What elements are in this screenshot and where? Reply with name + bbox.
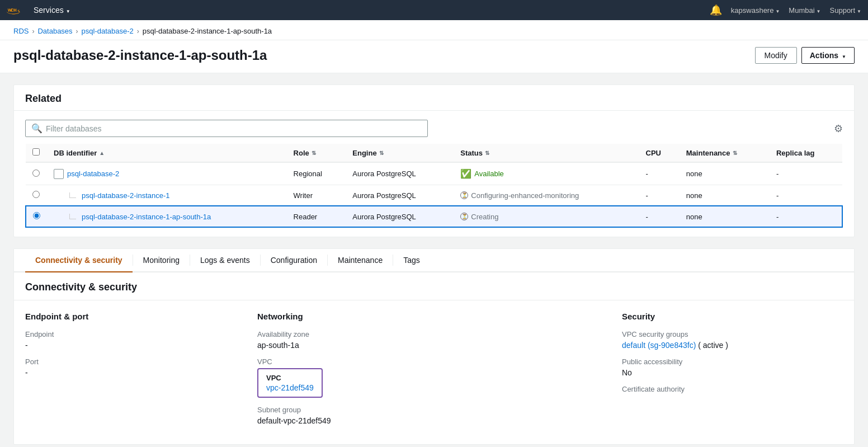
db-id-link[interactable]: psql-database-2 [67, 170, 119, 178]
row-role: Regional [287, 162, 346, 185]
modify-button[interactable]: Modify [755, 47, 797, 64]
row-role: Writer [287, 185, 346, 206]
filter-input-wrap: 🔍 [25, 120, 428, 137]
actions-chevron-icon [842, 51, 846, 60]
row-radio[interactable] [32, 191, 40, 198]
row-replica-lag: - [770, 206, 842, 227]
user-menu[interactable]: kapswashere [731, 6, 780, 15]
user-chevron-icon [775, 6, 780, 15]
indent-indicator [69, 214, 76, 219]
sort-icon-maintenance: ⇅ [733, 150, 737, 156]
tab-maintenance[interactable]: Maintenance [328, 249, 393, 272]
security-col: Security VPC security groups default (sg… [622, 312, 843, 433]
support-chevron-icon [857, 6, 861, 15]
th-db-identifier[interactable]: DB identifier ▲ [47, 144, 287, 162]
breadcrumb-current: psql-database-2-instance-1-ap-south-1a [143, 27, 272, 35]
region-chevron-icon [817, 6, 821, 15]
row-engine: Aurora PostgreSQL [346, 162, 454, 185]
detail-panel: Connectivity & securityMonitoringLogs & … [13, 248, 855, 445]
row-maintenance: none [680, 206, 770, 227]
row-maintenance: none [680, 185, 770, 206]
sort-icon-db: ▲ [99, 150, 105, 156]
security-heading: Security [622, 312, 843, 321]
filter-input[interactable] [46, 124, 422, 133]
row-radio[interactable] [32, 170, 40, 177]
row-status: ⏳ Configuring-enhanced-monitoring [454, 185, 639, 206]
subnet-value: default-vpc-21def549 [257, 416, 611, 425]
aws-logo[interactable] [7, 4, 27, 16]
related-panel: Related 🔍 ⚙ [13, 84, 855, 237]
page-title: psql-database-2-instance-1-ap-south-1a [13, 48, 267, 63]
row-radio[interactable] [33, 212, 40, 219]
vpc-sg-link[interactable]: default (sg-90e843fc) [622, 341, 696, 350]
indent-indicator [69, 192, 76, 198]
top-nav: Services 🔔 kapswashere Mumbai Support [0, 0, 868, 20]
cert-label: Certificate authority [622, 385, 843, 393]
th-replica-lag: Replica lag [770, 144, 842, 162]
region-menu[interactable]: Mumbai [789, 6, 820, 15]
select-all-checkbox[interactable] [32, 148, 40, 156]
support-menu[interactable]: Support [830, 6, 861, 15]
endpoint-col: Endpoint & port Endpoint - Port - [25, 312, 246, 433]
status-badge: ✅ Available [460, 168, 632, 179]
public-access-value: No [622, 368, 843, 377]
vpc-sg-label: VPC security groups [622, 330, 843, 338]
related-heading: Related [14, 85, 854, 111]
notifications-icon[interactable]: 🔔 [710, 4, 722, 16]
db-id-link[interactable]: psql-database-2-instance-1-ap-south-1a [82, 213, 211, 221]
tab-configuration[interactable]: Configuration [261, 249, 327, 272]
tab-monitoring[interactable]: Monitoring [133, 249, 190, 272]
tab-connectivity[interactable]: Connectivity & security [25, 249, 133, 272]
table-row: psql-database-2-instance-1-ap-south-1a R… [26, 206, 842, 227]
th-select [26, 144, 47, 162]
breadcrumb-sep-3: › [137, 27, 139, 35]
tabs-row: Connectivity & securityMonitoringLogs & … [14, 249, 854, 272]
status-badge: ⏳ Configuring-enhanced-monitoring [460, 191, 632, 200]
endpoint-heading: Endpoint & port [25, 312, 246, 321]
tab-logs[interactable]: Logs & events [190, 249, 260, 272]
breadcrumb-databases[interactable]: Databases [37, 27, 72, 35]
breadcrumb-sep-1: › [32, 27, 34, 35]
db-id-link[interactable]: psql-database-2-instance-1 [82, 191, 170, 200]
row-engine: Aurora PostgreSQL [346, 185, 454, 206]
row-status: ✅ Available [454, 162, 639, 185]
th-status[interactable]: Status ⇅ [454, 144, 639, 162]
networking-col: Networking Availability zone ap-south-1a… [257, 312, 611, 433]
row-cpu: - [639, 185, 680, 206]
search-icon: 🔍 [31, 123, 43, 134]
settings-icon[interactable]: ⚙ [834, 123, 843, 135]
vpc-box: VPC vpc-21def549 [257, 368, 323, 398]
vpc-link[interactable]: vpc-21def549 [266, 383, 314, 392]
breadcrumb: RDS › Databases › psql-database-2 › psql… [13, 27, 855, 40]
breadcrumb-rds[interactable]: RDS [13, 27, 29, 35]
th-maintenance[interactable]: Maintenance ⇅ [680, 144, 770, 162]
public-access-label: Public accessibility [622, 357, 843, 366]
tab-tags[interactable]: Tags [393, 249, 430, 272]
vpc-label: VPC [257, 357, 611, 366]
actions-button[interactable]: Actions [801, 47, 855, 64]
row-engine: Aurora PostgreSQL [346, 206, 454, 227]
port-label: Port [25, 357, 246, 366]
header-actions: Modify Actions [755, 47, 855, 64]
row-replica-lag: - [770, 162, 842, 185]
row-db-id: psql-database-2 [47, 162, 287, 185]
expand-icon[interactable] [54, 169, 64, 179]
subnet-label: Subnet group [257, 406, 611, 414]
sort-icon-engine: ⇅ [379, 150, 384, 156]
th-role[interactable]: Role ⇅ [287, 144, 346, 162]
row-cpu: - [639, 162, 680, 185]
endpoint-value: - [25, 341, 246, 350]
th-engine[interactable]: Engine ⇅ [346, 144, 454, 162]
vpc-sg-value: default (sg-90e843fc) ( active ) [622, 341, 843, 350]
row-radio-cell [26, 206, 47, 227]
networking-heading: Networking [257, 312, 611, 321]
breadcrumb-db2[interactable]: psql-database-2 [82, 27, 134, 35]
row-db-id: psql-database-2-instance-1-ap-south-1a [47, 206, 287, 227]
row-radio-cell [26, 185, 47, 206]
port-value: - [25, 368, 246, 377]
table-row: psql-database-2-instance-1 WriterAurora … [26, 185, 842, 206]
row-radio-cell [26, 162, 47, 185]
services-menu[interactable]: Services [34, 6, 70, 15]
services-chevron-icon [66, 6, 70, 15]
sort-icon-status: ⇅ [485, 150, 489, 156]
